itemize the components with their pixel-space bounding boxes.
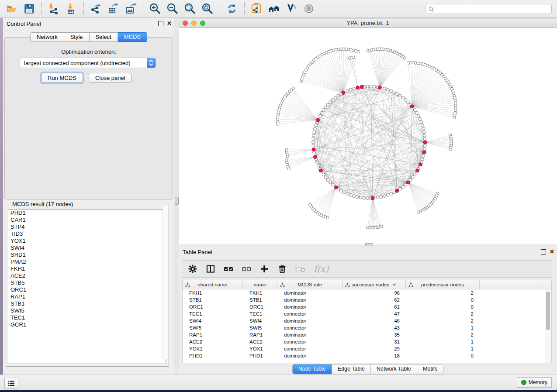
tab-style[interactable]: Style (64, 32, 90, 42)
mcds-dominator-node[interactable] (356, 86, 360, 89)
export-table-icon[interactable] (106, 1, 121, 16)
save-session-icon[interactable] (22, 1, 37, 16)
table-cell[interactable]: 0 (406, 352, 480, 359)
ring-node[interactable] (337, 94, 340, 97)
ring-node[interactable] (404, 98, 407, 101)
ring-node[interactable] (423, 138, 426, 141)
table-cell[interactable]: 1 (406, 324, 480, 331)
window-minimize-button[interactable] (191, 21, 197, 26)
mcds-dominator-node[interactable] (334, 186, 338, 189)
table-cell[interactable]: STB1 (243, 296, 277, 303)
table-cell[interactable]: dominator (277, 303, 343, 310)
delete-column-trash-icon[interactable] (277, 264, 287, 274)
table-row[interactable]: SWI4SWI4dominator462 (183, 317, 551, 324)
table-cell[interactable]: dominator (277, 317, 343, 324)
mcds-result-item[interactable]: YOX1 (8, 237, 166, 244)
table-scrollbar[interactable] (545, 290, 551, 363)
ring-node[interactable] (398, 94, 401, 97)
table-cell[interactable]: dominator (277, 352, 343, 359)
ring-node[interactable] (363, 196, 366, 199)
ring-node[interactable] (366, 197, 369, 200)
ring-node[interactable] (326, 179, 329, 182)
table-cell[interactable]: dominator (277, 289, 343, 296)
mcds-result-item[interactable]: PHD1 (8, 210, 166, 217)
ring-node[interactable] (312, 141, 315, 144)
table-cell[interactable]: SWI5 (243, 324, 277, 331)
table-cell[interactable]: 2 (406, 310, 480, 317)
table-cell[interactable]: 62 (343, 296, 406, 303)
table-cell[interactable]: 2 (406, 317, 480, 324)
mcds-dominator-node[interactable] (406, 181, 410, 184)
table-cell[interactable]: 35 (343, 331, 406, 338)
table-cell[interactable]: 0 (406, 303, 480, 310)
ring-node[interactable] (389, 89, 392, 93)
ring-node[interactable] (393, 91, 396, 94)
float-window-icon[interactable] (158, 21, 163, 26)
mcds-dominator-node[interactable] (342, 91, 345, 94)
mcds-dominator-node[interactable] (316, 118, 320, 122)
add-column-icon[interactable] (259, 264, 270, 274)
criterion-select[interactable]: largest connected component (undirected) (20, 58, 156, 68)
table-cell[interactable]: 46 (343, 317, 406, 324)
table-row[interactable]: SWI5SWI5connector431 (183, 324, 551, 331)
table-cell[interactable]: ACE2 (243, 338, 277, 345)
table-cell[interactable]: PHD1 (243, 352, 277, 359)
leaf-node[interactable] (366, 226, 369, 229)
table-row[interactable]: FKH1FKH1dominator962 (183, 289, 551, 296)
close-panel-icon[interactable]: ✕ (167, 21, 172, 26)
mcds-result-item[interactable]: TEC1 (8, 314, 166, 321)
mcds-dominator-node[interactable] (371, 196, 374, 200)
table-cell[interactable]: FKH1 (183, 289, 243, 296)
split-panel-icon[interactable] (205, 264, 216, 274)
table-cell[interactable]: 29 (343, 345, 406, 352)
mcds-result-item[interactable]: SRD1 (8, 251, 166, 258)
ring-node[interactable] (312, 138, 315, 141)
ring-node[interactable] (423, 144, 426, 147)
mcds-dominator-node[interactable] (312, 148, 315, 151)
ring-node[interactable] (383, 87, 386, 90)
ring-node[interactable] (349, 193, 352, 196)
table-cell[interactable]: 1 (406, 345, 480, 352)
table-cell[interactable]: SWI5 (183, 324, 243, 331)
table-row[interactable]: RAP1RAP1dominator352 (183, 331, 551, 338)
mcds-result-item[interactable]: STP4 (8, 224, 166, 230)
mcds-dominator-node[interactable] (419, 163, 422, 166)
mcds-result-item[interactable]: SWI4 (8, 244, 166, 251)
table-cell[interactable]: ORC1 (183, 303, 243, 310)
mcds-result-item[interactable]: STB1 (8, 300, 166, 307)
ring-node[interactable] (396, 93, 399, 96)
ring-node[interactable] (353, 87, 356, 90)
ring-node[interactable] (340, 189, 343, 192)
leaf-node[interactable] (285, 148, 288, 151)
ring-node[interactable] (373, 85, 376, 88)
table-cell[interactable]: 18 (343, 352, 406, 359)
column-header-name[interactable]: name (243, 280, 277, 289)
ring-node[interactable] (359, 196, 362, 199)
table-cell[interactable]: 31 (343, 338, 406, 345)
mcds-result-item[interactable]: STB5 (8, 279, 166, 286)
mcds-dominator-node[interactable] (422, 151, 426, 154)
table-cell[interactable]: PHD1 (183, 352, 243, 359)
table-row[interactable]: PHD1PHD1dominator180 (183, 352, 551, 359)
tab-motifs[interactable]: Motifs (417, 364, 443, 374)
ring-node[interactable] (334, 96, 337, 99)
ring-node[interactable] (326, 103, 329, 106)
table-cell[interactable]: 61 (343, 303, 406, 310)
refresh-icon[interactable] (225, 1, 239, 16)
mcds-result-item[interactable]: SWI5 (8, 307, 166, 314)
ring-node[interactable] (420, 120, 423, 124)
vision-badge-icon[interactable] (284, 1, 299, 16)
table-row[interactable]: ACE2ACE2connector311 (183, 338, 551, 345)
ring-node[interactable] (376, 196, 379, 199)
ring-node[interactable] (329, 181, 332, 184)
ring-node[interactable] (346, 89, 349, 93)
ring-node[interactable] (324, 106, 327, 109)
column-header-predecessor-nodes[interactable]: predecessor nodes (406, 280, 480, 289)
mcds-result-list[interactable]: PHD1CAR1STP4TID3YOX1SWI4SRD1PMA2FKH1ACE2… (8, 209, 166, 364)
ring-node[interactable] (329, 101, 332, 104)
mcds-dominator-node[interactable] (313, 155, 317, 159)
ring-node[interactable] (422, 155, 425, 158)
leaf-node[interactable] (417, 211, 419, 213)
export-network-icon[interactable] (88, 1, 103, 16)
task-history-button[interactable] (4, 378, 18, 389)
